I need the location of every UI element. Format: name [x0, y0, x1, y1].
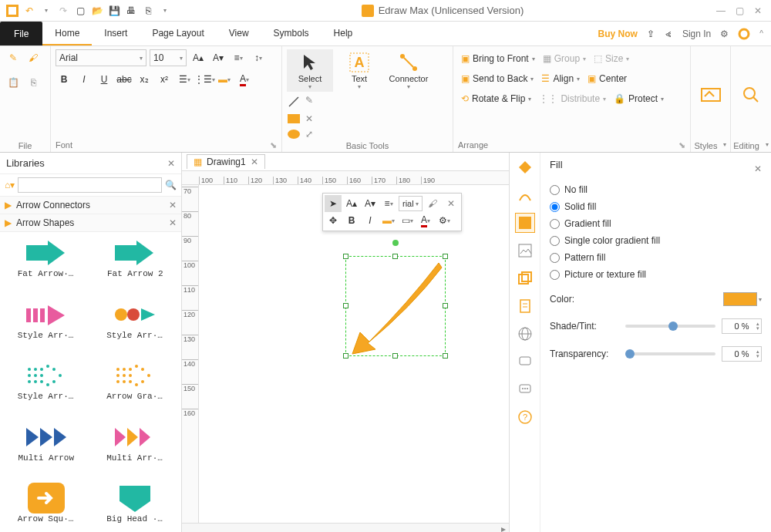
fill-tab-fill[interactable]: [515, 157, 535, 177]
curved-arrow-shape[interactable]: [346, 257, 446, 357]
styles-icon[interactable]: [700, 86, 722, 104]
crop-tool[interactable]: ✕: [305, 113, 313, 124]
fill-tab-line[interactable]: [515, 185, 535, 205]
qat-dropdown[interactable]: ▾: [157, 3, 173, 19]
buy-now-link[interactable]: Buy Now: [598, 29, 638, 39]
radio-gradient-fill[interactable]: [550, 219, 560, 229]
select-tool[interactable]: Select▾: [287, 49, 333, 92]
fill-tab-hyperlink[interactable]: [515, 324, 535, 344]
shape-multi-arrow-1[interactable]: [23, 421, 69, 453]
italic-button[interactable]: I: [76, 71, 93, 88]
mini-font-dec-icon[interactable]: A▾: [362, 195, 379, 212]
ellipse-tool[interactable]: [287, 129, 301, 140]
align-text-icon[interactable]: ≡: [230, 49, 247, 66]
radio-solid-fill[interactable]: [550, 202, 560, 212]
drawing-canvas[interactable]: ➤ A▴ A▾ ≡ rial▾ 🖌 ✕ ✥ B I ▬ ▭ A: [199, 185, 509, 523]
shape-fat-arrow-2[interactable]: [112, 237, 158, 269]
file-menu[interactable]: File: [0, 22, 42, 45]
mini-line-icon[interactable]: ▭: [399, 212, 416, 229]
radio-picture-fill[interactable]: [550, 270, 560, 280]
undo-button[interactable]: ↶: [22, 3, 37, 19]
resize-handle[interactable]: [443, 353, 448, 359]
resize-handle[interactable]: [392, 353, 398, 359]
resize-handle[interactable]: [343, 353, 348, 359]
mini-select-icon[interactable]: ➤: [325, 195, 342, 212]
open-button[interactable]: 📂: [89, 3, 105, 19]
distribute-button[interactable]: ⋮⋮Distribute▾: [536, 89, 609, 108]
font-size-combo[interactable]: 10▾: [150, 49, 187, 66]
color-icon[interactable]: [738, 28, 750, 40]
resize-tool[interactable]: ⤢: [305, 129, 313, 140]
bullets-button[interactable]: ☰: [176, 71, 193, 88]
protect-button[interactable]: 🔒Protect▾: [611, 89, 667, 108]
maximize-button[interactable]: ▢: [734, 5, 745, 16]
rotate-flip-button[interactable]: ⟲Rotate & Flip▾: [458, 89, 534, 108]
font-dialog-launcher[interactable]: ⬊: [270, 140, 277, 150]
shape-multi-arrow-2[interactable]: [112, 421, 158, 453]
resize-handle[interactable]: [443, 303, 448, 308]
pencil-tool[interactable]: ✎: [305, 95, 313, 109]
shape-arrow-gradient[interactable]: [112, 359, 158, 392]
library-home-icon[interactable]: ⌂▾: [5, 180, 15, 190]
section-arrow-shapes[interactable]: ▶Arrow Shapes✕: [0, 214, 181, 232]
editing-icon[interactable]: [742, 86, 760, 104]
doc-tab-close-icon[interactable]: ✕: [251, 157, 258, 167]
mini-painter-icon[interactable]: 🖌: [424, 195, 441, 212]
strikethrough-button[interactable]: abc: [116, 71, 133, 88]
redo-button[interactable]: ↷: [56, 3, 71, 19]
decrease-font-icon[interactable]: A▾: [210, 49, 227, 66]
fill-tab-comment[interactable]: [515, 352, 535, 372]
radio-single-gradient-fill[interactable]: [550, 236, 560, 246]
resize-handle[interactable]: [343, 254, 348, 259]
save-button[interactable]: 💾: [106, 3, 122, 19]
numbering-button[interactable]: ⋮☰: [196, 71, 213, 88]
tab-home[interactable]: Home: [42, 22, 92, 45]
shape-selection[interactable]: [345, 256, 446, 356]
brush-icon[interactable]: 🖌: [25, 49, 42, 66]
new-button[interactable]: ▢: [72, 3, 88, 19]
mini-align-icon[interactable]: ≡: [380, 195, 397, 212]
settings-icon[interactable]: ⚙: [720, 29, 729, 39]
shape-style-arrow-3[interactable]: [23, 359, 69, 392]
resize-handle[interactable]: [392, 254, 398, 259]
center-button[interactable]: ▣Center: [584, 69, 630, 88]
libraries-close-icon[interactable]: ✕: [167, 158, 175, 169]
radio-no-fill[interactable]: [550, 185, 560, 195]
search-icon[interactable]: 🔍: [165, 180, 177, 190]
fill-tab-layer[interactable]: [515, 268, 535, 288]
mini-bold-icon[interactable]: B: [343, 212, 360, 229]
mini-font-combo[interactable]: rial▾: [399, 196, 423, 211]
arrange-dialog-launcher[interactable]: ⬊: [678, 140, 685, 150]
scroll-right-button[interactable]: ▸: [498, 524, 509, 532]
connector-tool[interactable]: Connector▾: [386, 49, 432, 92]
subscript-button[interactable]: x₂: [136, 71, 153, 88]
export-button[interactable]: ⎘: [140, 3, 156, 19]
paste-icon[interactable]: 📋: [5, 74, 22, 91]
fill-tab-picture[interactable]: [515, 241, 535, 261]
superscript-button[interactable]: x²: [156, 71, 173, 88]
resize-handle[interactable]: [343, 303, 348, 308]
sign-in-link[interactable]: Sign In: [682, 29, 711, 39]
transparency-slider[interactable]: [625, 352, 715, 355]
font-family-combo[interactable]: Arial▾: [56, 49, 146, 66]
rotate-handle[interactable]: [392, 240, 399, 246]
line-tool[interactable]: [287, 95, 301, 109]
text-tool[interactable]: A Text▾: [336, 49, 382, 92]
shade-spinner[interactable]: 0 %: [722, 318, 762, 334]
radio-pattern-fill[interactable]: [550, 253, 560, 263]
text-direction-icon[interactable]: ↕: [250, 49, 267, 66]
share-icon[interactable]: ⪡: [664, 29, 673, 39]
bold-button[interactable]: B: [56, 71, 72, 88]
mini-fill-icon[interactable]: ▬: [380, 212, 397, 229]
shape-arrow-square[interactable]: [23, 482, 69, 514]
underline-button[interactable]: U: [96, 71, 113, 88]
fill-tab-note[interactable]: [515, 379, 535, 399]
increase-font-icon[interactable]: A▴: [190, 49, 207, 66]
group-button[interactable]: ▦Group▾: [540, 49, 589, 68]
shape-style-arrow-1[interactable]: [23, 298, 69, 331]
export-icon[interactable]: ⇪: [647, 29, 655, 39]
format-painter-icon[interactable]: ✎: [5, 49, 22, 66]
highlight-button[interactable]: ▬: [216, 71, 233, 88]
shape-fat-arrow-1[interactable]: [23, 237, 69, 269]
align-button[interactable]: ☰Align▾: [538, 69, 583, 88]
